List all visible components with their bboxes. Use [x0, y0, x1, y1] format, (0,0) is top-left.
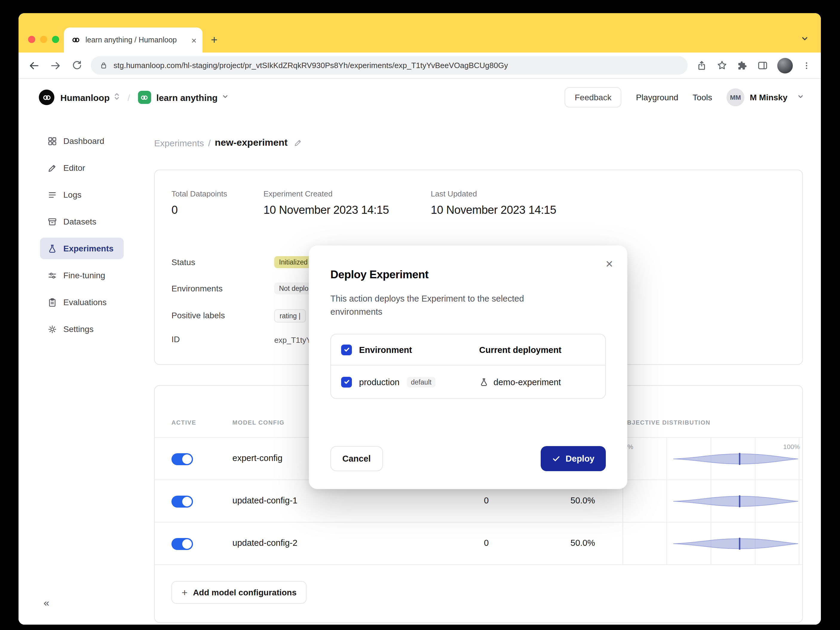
- deploy-button-label: Deploy: [565, 454, 594, 463]
- project-logo-icon[interactable]: [138, 91, 151, 104]
- environment-row-production: production default demo-experiment: [331, 365, 605, 398]
- sidebar-item-label: Experiments: [63, 244, 114, 253]
- forward-button[interactable]: [50, 60, 62, 71]
- sidebar-collapse-button[interactable]: «: [44, 597, 49, 609]
- tab-title: learn anything / Humanloop: [85, 36, 186, 44]
- sidebar-item-label: Settings: [63, 324, 93, 334]
- add-model-configurations-label: Add model configurations: [193, 587, 297, 597]
- edit-name-pencil-icon[interactable]: [294, 138, 303, 147]
- current-deployment-column-header: Current deployment: [479, 345, 562, 354]
- sidebar-item-settings[interactable]: Settings: [40, 318, 124, 340]
- model-config-row[interactable]: updated-config-2 0 50.0%: [155, 523, 802, 565]
- breadcrumb-separator: /: [208, 138, 211, 148]
- fine-tuning-sliders-icon: [47, 270, 57, 280]
- editor-pencil-icon: [47, 163, 57, 173]
- new-tab-button[interactable]: +: [211, 32, 218, 48]
- breadcrumb: Experiments / new-experiment: [154, 137, 303, 148]
- modal-close-icon[interactable]: ×: [605, 257, 613, 270]
- humanloop-logo-icon[interactable]: [39, 90, 54, 105]
- address-bar[interactable]: stg.humanloop.com/hl-staging/project/pr_…: [91, 56, 688, 75]
- field-label: Positive labels: [172, 310, 225, 320]
- lock-icon: [99, 61, 108, 70]
- sidebar-item-editor[interactable]: Editor: [40, 157, 124, 178]
- active-toggle[interactable]: [172, 496, 193, 507]
- tab-search-chevron-icon[interactable]: [801, 35, 809, 46]
- environments-table-header: Environment Current deployment: [331, 334, 605, 365]
- environment-name: production: [359, 377, 399, 387]
- sidebar-item-fine-tuning[interactable]: Fine-tuning: [40, 265, 124, 286]
- stat-label: Experiment Created: [264, 189, 389, 198]
- config-name: updated-config-1: [232, 496, 297, 505]
- extensions-puzzle-icon[interactable]: [737, 60, 748, 71]
- objective-distribution-violin: [622, 438, 800, 480]
- settings-gear-icon: [47, 324, 57, 334]
- page-title: new-experiment: [215, 137, 288, 148]
- plus-icon: +: [182, 587, 188, 597]
- objective-distribution-violin: [622, 523, 800, 565]
- user-menu[interactable]: MM M Minsky: [726, 88, 804, 106]
- sidebar-item-label: Logs: [63, 190, 82, 200]
- select-all-checkbox[interactable]: [341, 344, 352, 355]
- browser-menu-dots-icon[interactable]: [802, 61, 811, 70]
- back-button[interactable]: [28, 60, 40, 71]
- sidebar-item-label: Dashboard: [63, 136, 104, 146]
- browser-toolbar: stg.humanloop.com/hl-staging/project/pr_…: [19, 52, 821, 79]
- current-deployment-value: demo-experiment: [494, 377, 561, 387]
- deploy-button[interactable]: Deploy: [540, 446, 606, 471]
- logs-list-icon: [47, 190, 57, 200]
- sidebar-item-dashboard[interactable]: Dashboard: [40, 130, 124, 152]
- tab-strip: learn anything / Humanloop × +: [19, 13, 821, 52]
- stat-value: 10 November 2023 14:15: [264, 204, 389, 217]
- cancel-button[interactable]: Cancel: [330, 446, 383, 471]
- share-icon[interactable]: [696, 60, 707, 71]
- active-toggle[interactable]: [172, 538, 193, 550]
- config-name: expert-config: [232, 453, 283, 463]
- close-window-button[interactable]: [28, 36, 35, 43]
- browser-window: learn anything / Humanloop × + stg.human…: [19, 13, 821, 625]
- stat-value: 10 November 2023 14:15: [431, 204, 556, 217]
- production-checkbox[interactable]: [341, 376, 352, 387]
- browser-tab[interactable]: learn anything / Humanloop ×: [64, 27, 202, 52]
- sidebar-item-evaluations[interactable]: Evaluations: [40, 291, 124, 313]
- side-panel-icon[interactable]: [757, 60, 768, 71]
- column-header-active: ACTIVE: [172, 419, 196, 426]
- add-model-configurations-button[interactable]: + Add model configurations: [172, 581, 307, 604]
- field-label: Environments: [172, 284, 223, 293]
- reload-button[interactable]: [71, 60, 82, 71]
- experiments-flask-icon: [47, 243, 57, 254]
- bookmark-star-icon[interactable]: [716, 60, 728, 71]
- dashboard-grid-icon: [47, 136, 57, 146]
- browser-profile-avatar[interactable]: [777, 58, 793, 73]
- stat-experiment-created: Experiment Created 10 November 2023 14:1…: [264, 189, 389, 217]
- environment-column-header: Environment: [359, 345, 412, 354]
- breadcrumb-section[interactable]: Experiments: [154, 138, 204, 148]
- org-switcher-expander-icon[interactable]: [113, 92, 120, 103]
- config-name: updated-config-2: [232, 538, 297, 548]
- sidebar-item-logs[interactable]: Logs: [40, 184, 124, 205]
- feedback-button[interactable]: Feedback: [565, 87, 622, 107]
- minimize-window-button[interactable]: [40, 36, 47, 43]
- tools-link[interactable]: Tools: [693, 93, 712, 102]
- sidebar-item-datasets[interactable]: Datasets: [40, 211, 124, 232]
- playground-link[interactable]: Playground: [636, 93, 678, 102]
- tab-close-icon[interactable]: ×: [191, 36, 197, 44]
- maximize-window-button[interactable]: [52, 36, 59, 43]
- project-chevron-down-icon[interactable]: [222, 92, 229, 103]
- sidebar-item-label: Editor: [63, 163, 85, 173]
- environments-badge: Not deplo: [274, 282, 313, 295]
- org-name[interactable]: Humanloop: [60, 92, 110, 102]
- header-separator: /: [128, 92, 130, 102]
- sidebar-item-experiments[interactable]: Experiments: [40, 238, 124, 259]
- stat-total-datapoints: Total Datapoints 0: [172, 189, 227, 217]
- stat-last-updated: Last Updated 10 November 2023 14:15: [431, 189, 556, 217]
- positive-labels-badge: rating |: [274, 309, 306, 323]
- environments-table: Environment Current deployment productio…: [330, 334, 606, 399]
- stat-value: 0: [172, 204, 227, 217]
- active-toggle[interactable]: [172, 453, 193, 465]
- column-header-objective-distribution: OBJECTIVE DISTRIBUTION: [622, 419, 711, 426]
- evaluations-clipboard-icon: [47, 297, 57, 307]
- modal-description: This action deploys the Experiment to th…: [330, 292, 556, 318]
- app-header: Humanloop / learn anything Feedback Play…: [19, 79, 821, 116]
- project-name[interactable]: learn anything: [156, 92, 218, 102]
- config-mean: 50.0%: [553, 538, 595, 548]
